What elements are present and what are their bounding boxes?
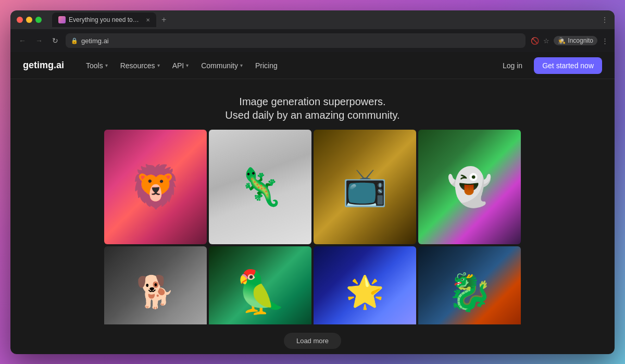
close-button[interactable]: [17, 17, 23, 23]
site-logo[interactable]: getimg.ai: [23, 60, 64, 71]
login-button[interactable]: Log in: [496, 58, 529, 73]
eye-slash-icon: 🚫: [531, 37, 539, 45]
nav-item-tools[interactable]: Tools ▾: [81, 58, 113, 73]
tab-title: Everything you need to crea…: [69, 16, 141, 23]
address-actions: 🚫 ☆ 🕵 Incognito ⋮: [531, 36, 608, 45]
hero-section: Image generation superpowers. Used daily…: [10, 79, 615, 130]
gallery-item-kirby[interactable]: [314, 246, 416, 324]
gallery-row-2: [104, 246, 521, 324]
tab-bar: Everything you need to crea… ✕ +: [52, 12, 597, 27]
nav-item-api[interactable]: API ▾: [167, 58, 194, 73]
chevron-down-icon: ▾: [157, 62, 160, 68]
gallery-item-lion[interactable]: [104, 130, 207, 244]
chevron-down-icon: ▾: [186, 62, 189, 68]
gallery-item-dragon[interactable]: [418, 246, 521, 324]
nav-actions: Log in Get started now: [496, 57, 602, 74]
nav-item-resources[interactable]: Resources ▾: [115, 58, 165, 73]
gallery-item-husky[interactable]: [104, 246, 207, 324]
gallery-item-tv-man[interactable]: [314, 130, 416, 244]
hero-line1: Image generation superpowers.: [10, 94, 615, 109]
gallery-item-ghost[interactable]: [418, 130, 521, 244]
bookmark-icon[interactable]: ☆: [543, 37, 549, 45]
load-more-button[interactable]: Load more: [284, 333, 341, 349]
traffic-lights: [17, 17, 42, 23]
forward-button[interactable]: →: [33, 34, 45, 47]
page-content: getimg.ai Tools ▾ Resources ▾ API ▾ Comm…: [10, 52, 615, 354]
title-bar: Everything you need to crea… ✕ + ⋮: [10, 10, 615, 29]
gallery-item-parrot[interactable]: [209, 246, 311, 324]
new-tab-button[interactable]: +: [158, 15, 169, 24]
gallery: [10, 130, 615, 324]
window-controls: ⋮: [601, 16, 608, 24]
url-bar[interactable]: 🔒 getimg.ai: [66, 33, 526, 48]
back-button[interactable]: ←: [17, 34, 28, 47]
get-started-button[interactable]: Get started now: [534, 57, 602, 74]
hero-line2: Used daily by an amazing community.: [10, 109, 615, 121]
lock-icon: 🔒: [71, 37, 78, 44]
tab-close-icon[interactable]: ✕: [146, 17, 150, 23]
minimize-button[interactable]: [26, 17, 32, 23]
tab-favicon: [58, 16, 66, 23]
browser-tab[interactable]: Everything you need to crea… ✕: [52, 12, 156, 27]
chevron-down-icon: ▾: [105, 62, 108, 68]
address-bar: ← → ↻ 🔒 getimg.ai 🚫 ☆ 🕵 Incognito ⋮: [10, 29, 615, 52]
gallery-item-raptor[interactable]: [209, 130, 311, 244]
nav-item-pricing[interactable]: Pricing: [250, 58, 283, 73]
site-nav: getimg.ai Tools ▾ Resources ▾ API ▾ Comm…: [10, 52, 615, 79]
reload-button[interactable]: ↻: [50, 34, 60, 47]
url-text: getimg.ai: [81, 37, 109, 45]
nav-item-community[interactable]: Community ▾: [196, 58, 248, 73]
load-more-section: Load more: [10, 324, 615, 354]
nav-items: Tools ▾ Resources ▾ API ▾ Community ▾ Pr…: [81, 58, 496, 73]
chevron-down-icon: ▾: [240, 62, 243, 68]
maximize-button[interactable]: [35, 17, 42, 23]
menu-icon[interactable]: ⋮: [602, 37, 608, 45]
incognito-badge: 🕵 Incognito: [554, 36, 597, 45]
gallery-row-1: [104, 130, 521, 244]
